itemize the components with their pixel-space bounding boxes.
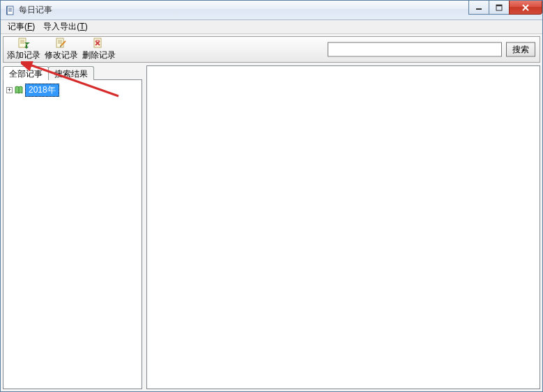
expand-icon[interactable]: + <box>6 87 13 93</box>
close-icon <box>521 4 530 11</box>
document-edit-icon <box>55 38 68 49</box>
client-area: 添加记录 修改记录 <box>1 34 542 391</box>
left-panel: 全部记事 搜索结果 + 2018年 <box>3 65 142 389</box>
tab-search-results[interactable]: 搜索结果 <box>48 66 94 80</box>
delete-record-button[interactable]: 删除记录 <box>80 38 118 61</box>
search-button[interactable]: 搜索 <box>506 42 535 57</box>
tree-item-label: 2018年 <box>25 84 59 97</box>
maximize-button[interactable] <box>489 1 510 15</box>
toolbar: 添加记录 修改记录 <box>3 36 540 63</box>
book-icon <box>14 85 24 95</box>
search-input[interactable] <box>328 42 502 57</box>
svg-rect-4 <box>6 6 8 15</box>
menu-import-export[interactable]: 导入导出(T) <box>39 19 91 34</box>
search-area: 搜索 <box>328 42 535 57</box>
maximize-icon <box>496 4 503 11</box>
add-record-button[interactable]: 添加记录 <box>5 38 43 61</box>
minimize-icon <box>475 4 482 11</box>
window-title: 每日记事 <box>19 4 52 16</box>
tab-all-diary[interactable]: 全部记事 <box>3 66 49 80</box>
notebook-icon <box>5 5 16 16</box>
delete-record-label: 删除记录 <box>82 49 116 61</box>
document-delete-icon <box>93 38 105 49</box>
edit-record-label: 修改记录 <box>45 49 78 61</box>
svg-rect-0 <box>7 6 13 15</box>
body-area: 全部记事 搜索结果 + 2018年 <box>3 65 540 389</box>
add-record-label: 添加记录 <box>7 49 40 61</box>
content-panel[interactable] <box>146 65 540 389</box>
tree-item[interactable]: + 2018年 <box>6 84 139 95</box>
app-window: 每日记事 记事(F) 导入导出(T) <box>0 0 543 392</box>
close-button[interactable] <box>509 1 542 15</box>
tabs: 全部记事 搜索结果 <box>3 65 142 79</box>
tree-view[interactable]: + 2018年 <box>3 79 142 389</box>
window-controls <box>469 1 542 15</box>
menu-diary[interactable]: 记事(F) <box>3 19 39 34</box>
menubar: 记事(F) 导入导出(T) <box>1 20 542 34</box>
document-add-icon <box>17 38 30 49</box>
titlebar[interactable]: 每日记事 <box>1 1 542 20</box>
edit-record-button[interactable]: 修改记录 <box>43 38 80 61</box>
minimize-button[interactable] <box>468 1 489 15</box>
